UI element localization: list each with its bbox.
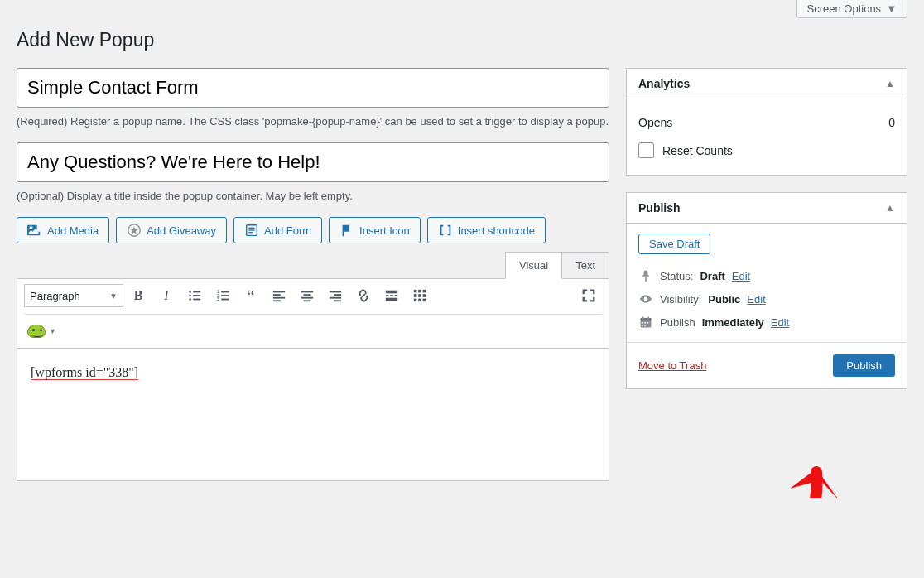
svg-rect-24: [304, 301, 311, 302]
link-button[interactable]: [350, 282, 377, 309]
edit-visibility-link[interactable]: Edit: [747, 293, 765, 306]
svg-rect-8: [193, 295, 200, 296]
publish-time-value: immediately: [702, 316, 764, 329]
numbered-list-button[interactable]: 123: [209, 282, 236, 309]
visibility-value: Public: [708, 293, 740, 306]
insert-icon-label: Insert Icon: [359, 224, 410, 237]
toolbar-toggle-button[interactable]: [407, 282, 433, 309]
svg-rect-27: [330, 297, 341, 299]
align-right-button[interactable]: [322, 282, 349, 309]
reset-counts-label: Reset Counts: [662, 144, 733, 157]
emoji-button[interactable]: ▼: [24, 318, 60, 344]
save-draft-button[interactable]: Save Draft: [638, 234, 710, 254]
svg-rect-6: [193, 291, 200, 293]
add-form-button[interactable]: Add Form: [233, 217, 322, 243]
align-center-button[interactable]: [294, 282, 320, 309]
analytics-box: Analytics ▲ Opens 0 Reset Counts: [626, 68, 907, 176]
svg-rect-33: [386, 298, 397, 301]
edit-publish-time-link[interactable]: Edit: [771, 316, 789, 329]
svg-rect-49: [647, 322, 649, 324]
svg-rect-42: [423, 299, 426, 302]
media-icon: [27, 223, 42, 238]
svg-rect-48: [644, 322, 646, 324]
screen-options-toggle[interactable]: Screen Options ▼: [796, 0, 907, 18]
collapse-publish-button[interactable]: ▲: [885, 202, 895, 214]
svg-rect-51: [644, 325, 646, 326]
svg-point-5: [189, 291, 191, 294]
analytics-heading: Analytics: [638, 77, 690, 90]
svg-rect-22: [304, 295, 311, 296]
add-media-button[interactable]: Add Media: [17, 217, 109, 243]
chevron-down-icon: ▼: [49, 327, 56, 335]
svg-rect-41: [418, 299, 421, 302]
collapse-analytics-button[interactable]: ▲: [885, 78, 895, 89]
move-to-trash-link[interactable]: Move to Trash: [638, 359, 706, 372]
popup-title-input[interactable]: [17, 142, 609, 182]
svg-rect-47: [642, 322, 643, 324]
add-giveaway-label: Add Giveaway: [147, 224, 216, 237]
tab-visual[interactable]: Visual: [505, 252, 562, 279]
svg-rect-37: [414, 295, 417, 298]
svg-rect-12: [221, 291, 229, 293]
popup-name-input[interactable]: [17, 68, 609, 108]
page-title: Add New Popup: [17, 29, 907, 51]
svg-rect-16: [221, 299, 229, 301]
svg-rect-36: [423, 290, 426, 293]
svg-rect-23: [301, 297, 313, 299]
shortcode-icon: [438, 223, 453, 238]
tab-text[interactable]: Text: [561, 252, 609, 278]
opens-label: Opens: [638, 116, 672, 129]
emoji-icon: [27, 325, 46, 338]
status-label: Status:: [660, 270, 693, 282]
gift-icon: [127, 223, 142, 238]
reset-counts-checkbox[interactable]: [638, 142, 654, 158]
format-select-label: Paragraph: [30, 290, 80, 302]
publish-time-label: Publish: [660, 316, 695, 329]
svg-rect-50: [642, 325, 643, 326]
publish-box: Publish ▲ Save Draft Status: Draft Edit: [626, 192, 907, 389]
svg-rect-34: [414, 290, 417, 293]
bullet-list-button[interactable]: [181, 282, 208, 309]
read-more-button[interactable]: [378, 282, 405, 309]
svg-rect-40: [414, 299, 417, 302]
chevron-down-icon: ▼: [85, 291, 118, 301]
svg-rect-35: [418, 290, 421, 293]
svg-rect-28: [334, 301, 341, 302]
status-value: Draft: [700, 270, 724, 282]
blockquote-button[interactable]: “: [238, 282, 264, 309]
svg-rect-20: [273, 301, 281, 302]
svg-rect-25: [330, 291, 341, 293]
format-select[interactable]: Paragraph ▼: [24, 284, 123, 307]
align-left-button[interactable]: [266, 282, 292, 309]
add-media-label: Add Media: [47, 224, 99, 237]
pin-icon: [638, 269, 653, 282]
insert-shortcode-button[interactable]: Insert shortcode: [427, 217, 546, 243]
svg-rect-14: [221, 295, 229, 296]
add-giveaway-button[interactable]: Add Giveaway: [116, 217, 227, 243]
insert-icon-button[interactable]: Insert Icon: [329, 217, 421, 243]
fullscreen-button[interactable]: [575, 282, 602, 309]
svg-rect-46: [647, 317, 649, 320]
calendar-icon: [638, 315, 653, 329]
edit-status-link[interactable]: Edit: [732, 270, 750, 282]
svg-rect-38: [418, 295, 421, 298]
insert-shortcode-label: Insert shortcode: [458, 224, 535, 237]
svg-rect-17: [273, 291, 285, 293]
italic-button[interactable]: I: [153, 282, 180, 309]
screen-options-label: Screen Options: [807, 2, 882, 15]
editor-content-area[interactable]: [wpforms id="338"]: [17, 349, 609, 481]
editor-content-text: [wpforms id="338"]: [31, 365, 138, 380]
opens-value: 0: [888, 116, 895, 129]
bold-button[interactable]: B: [125, 282, 152, 309]
svg-rect-10: [193, 299, 200, 301]
chevron-down-icon: ▼: [886, 2, 897, 15]
svg-rect-21: [301, 291, 313, 293]
svg-rect-18: [273, 295, 281, 296]
svg-rect-30: [386, 295, 389, 296]
add-form-label: Add Form: [264, 224, 311, 237]
svg-point-9: [189, 299, 191, 301]
publish-button[interactable]: Publish: [833, 354, 895, 377]
popup-title-helper: (Optional) Display a title inside the po…: [17, 189, 609, 204]
svg-text:3: 3: [217, 297, 219, 302]
editor-toolbar: Paragraph ▼ B I 123 “: [17, 279, 609, 349]
